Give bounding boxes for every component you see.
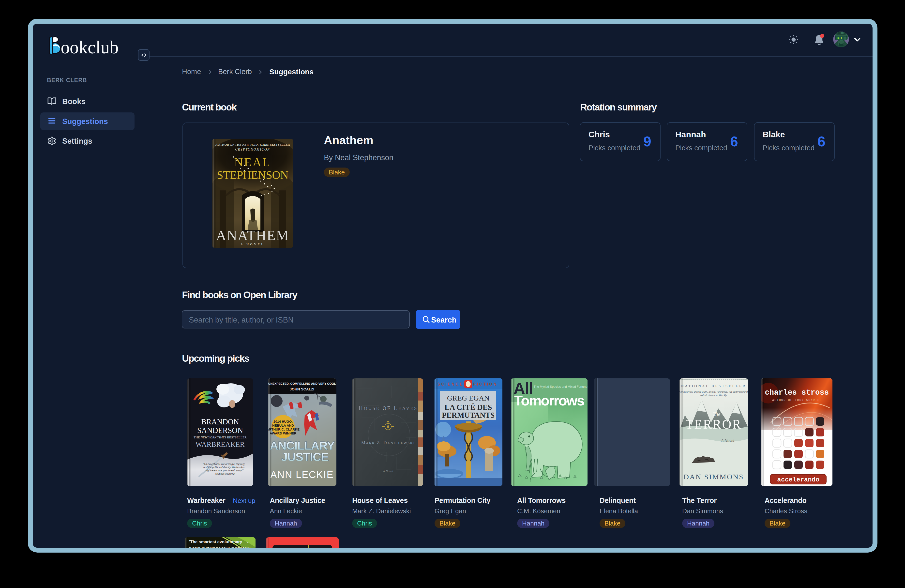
svg-text:2014 HUGO,: 2014 HUGO,: [273, 420, 293, 423]
svg-text:FICTION: FICTION: [473, 382, 498, 386]
svg-text:THE NEW YORK TIMES BESTSELLER: THE NEW YORK TIMES BESTSELLER: [194, 435, 247, 439]
svg-text:might even take your breath aw: might even take your breath away!": [205, 469, 243, 472]
svg-text:ANATHEM: ANATHEM: [216, 227, 289, 243]
svg-text:A NOVEL: A NOVEL: [241, 242, 265, 246]
svg-text:ARTHUR C. CLARKE: ARTHUR C. CLARKE: [268, 427, 300, 431]
svg-text:and the politics of divinity.: and the politics of divinity. Warbreaker: [203, 466, 245, 469]
svg-text:accelerando: accelerando: [777, 476, 819, 483]
svg-text:—Michael Moorcock: —Michael Moorcock: [213, 472, 236, 475]
svg-text:PERMUTANTS: PERMUTANTS: [442, 411, 495, 420]
svg-text:AUTHOR OF THE NEW YORK TIMES B: AUTHOR OF THE NEW YORK TIMES BESTSELLER: [215, 143, 290, 146]
svg-text:NEAL: NEAL: [234, 155, 271, 169]
svg-text:'The smartest evolutionary: 'The smartest evolutionary: [189, 540, 242, 544]
svg-text:NATIONAL BESTSELLER: NATIONAL BESTSELLER: [681, 384, 746, 388]
svg-text:ANN LECKIE: ANN LECKIE: [270, 469, 334, 480]
svg-text:SCIENCE: SCIENCE: [438, 382, 464, 386]
svg-text:"A masterfully chilling work..: "A masterfully chilling work...brutal, r…: [680, 391, 748, 393]
svg-text:CRYPTONOMICON: CRYPTONOMICON: [235, 148, 270, 151]
svg-text:STEPHENSON: STEPHENSON: [217, 168, 288, 181]
svg-text:Tomorrows: Tomorrows: [514, 393, 584, 408]
svg-text:MARK Z. DANIELEWSKI: MARK Z. DANIELEWSKI: [361, 440, 415, 445]
svg-text:JUSTICE: JUSTICE: [281, 450, 329, 464]
svg-text:"An exceptional tale of magic,: "An exceptional tale of magic, mystery,: [203, 463, 245, 466]
svg-text:LA CITÉ DES: LA CITÉ DES: [445, 403, 492, 412]
svg-text:DAN SIMMONS: DAN SIMMONS: [683, 473, 744, 481]
svg-text:NEBULA AND: NEBULA AND: [272, 424, 294, 427]
svg-text:—Entertainment Weekly: —Entertainment Weekly: [700, 394, 727, 397]
svg-text:TERROR: TERROR: [685, 417, 742, 431]
svg-text:charles stross: charles stross: [765, 388, 829, 397]
svg-text:world-building you'll ever rea: world-building you'll ever read': [189, 546, 251, 551]
svg-text:The Myriad Species and Mixed F: The Myriad Species and Mixed Fortunes of…: [533, 385, 587, 388]
svg-text:HOUSE OF LEAVES: HOUSE OF LEAVES: [358, 404, 418, 411]
svg-text:SANDERSON: SANDERSON: [197, 426, 243, 435]
svg-text:The: The: [713, 411, 721, 417]
svg-text:AWARD WINNER: AWARD WINNER: [270, 432, 297, 435]
svg-text:WARBREAKER: WARBREAKER: [195, 440, 245, 448]
svg-text:BRANDON: BRANDON: [201, 418, 239, 426]
svg-text:A Novel: A Novel: [721, 438, 734, 443]
svg-text:'UNEXPECTED, COMPELLING AND VE: 'UNEXPECTED, COMPELLING AND VERY COOL': [268, 382, 337, 386]
svg-text:JOHN SCALZI: JOHN SCALZI: [290, 387, 314, 391]
svg-text:GREG EGAN: GREG EGAN: [447, 394, 490, 402]
svg-text:AUTHOR OF IRON SUNRISE: AUTHOR OF IRON SUNRISE: [772, 399, 822, 402]
svg-text:A Novel: A Novel: [383, 469, 393, 473]
svg-text:ookclub: ookclub: [61, 37, 119, 55]
